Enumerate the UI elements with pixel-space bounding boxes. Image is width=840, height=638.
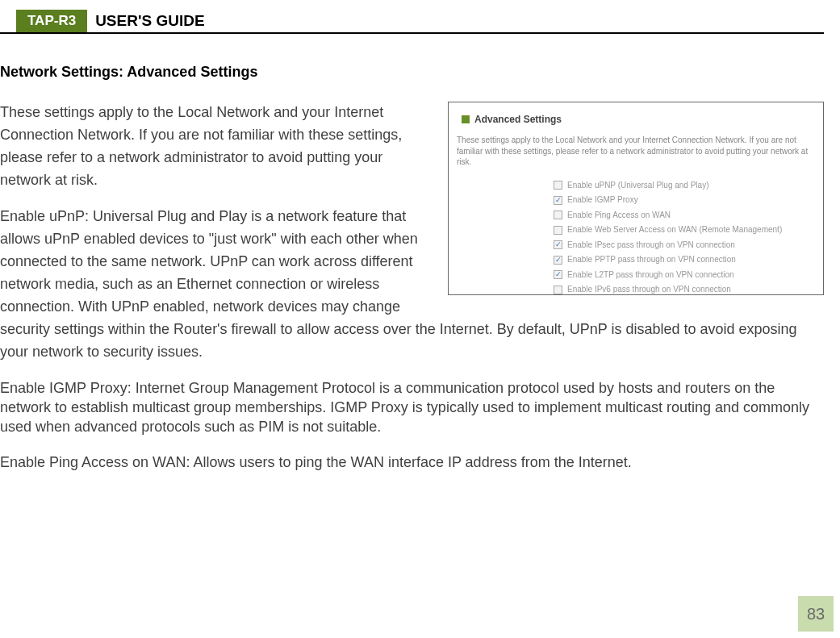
model-tag: TAP-R3 bbox=[16, 10, 87, 32]
option-ipv6: Enable IPv6 pass through on VPN connecti… bbox=[554, 283, 815, 296]
section-title: Network Settings: Advanced Settings bbox=[0, 61, 824, 84]
option-pptp: ✓ Enable PPTP pass through on VPN connec… bbox=[554, 253, 815, 266]
option-ping: Enable Ping Access on WAN bbox=[554, 209, 815, 222]
option-label: Enable Ping Access on WAN bbox=[567, 209, 671, 222]
checkbox-icon bbox=[554, 226, 562, 235]
screenshot-options: Enable uPNP (Universal Plug and Play) ✓ … bbox=[554, 179, 815, 296]
option-upnp: Enable uPNP (Universal Plug and Play) bbox=[554, 179, 815, 192]
page-content: Network Settings: Advanced Settings Adva… bbox=[0, 34, 840, 473]
page-number: 83 bbox=[798, 596, 834, 632]
checkbox-icon bbox=[554, 286, 562, 294]
guide-title: USER'S GUIDE bbox=[87, 10, 212, 32]
checkbox-icon bbox=[554, 181, 562, 190]
header-spacer bbox=[0, 10, 16, 32]
option-label: Enable uPNP (Universal Plug and Play) bbox=[567, 179, 708, 192]
document-header: TAP-R3 USER'S GUIDE bbox=[0, 10, 824, 34]
option-label: Enable IPv6 pass through on VPN connecti… bbox=[567, 283, 731, 296]
option-l2tp: ✓ Enable L2TP pass through on VPN connec… bbox=[554, 269, 815, 281]
option-igmp: ✓ Enable IGMP Proxy bbox=[554, 194, 815, 206]
checkbox-icon: ✓ bbox=[554, 256, 562, 265]
screenshot-title-row: Advanced Settings bbox=[462, 112, 815, 127]
ping-paragraph: Enable Ping Access on WAN: Allows users … bbox=[0, 452, 824, 474]
settings-screenshot: Advanced Settings These settings apply t… bbox=[448, 102, 824, 295]
square-bullet-icon bbox=[462, 115, 470, 123]
igmp-paragraph: Enable IGMP Proxy: Internet Group Manage… bbox=[0, 378, 824, 437]
option-label: Enable L2TP pass through on VPN connecti… bbox=[567, 269, 734, 281]
option-label: Enable PPTP pass through on VPN connecti… bbox=[567, 253, 736, 266]
screenshot-title: Advanced Settings bbox=[474, 112, 562, 127]
checkbox-icon: ✓ bbox=[554, 196, 562, 205]
checkbox-icon: ✓ bbox=[554, 270, 562, 279]
option-web-server: Enable Web Server Access on WAN (Remote … bbox=[554, 223, 815, 236]
screenshot-description: These settings apply to the Local Networ… bbox=[457, 135, 815, 168]
option-label: Enable IGMP Proxy bbox=[567, 194, 638, 206]
checkbox-icon bbox=[554, 211, 562, 219]
checkbox-icon: ✓ bbox=[554, 240, 562, 249]
option-ipsec: ✓ Enable IPsec pass through on VPN conne… bbox=[554, 239, 815, 252]
option-label: Enable Web Server Access on WAN (Remote … bbox=[567, 223, 782, 236]
option-label: Enable IPsec pass through on VPN connect… bbox=[567, 239, 735, 252]
